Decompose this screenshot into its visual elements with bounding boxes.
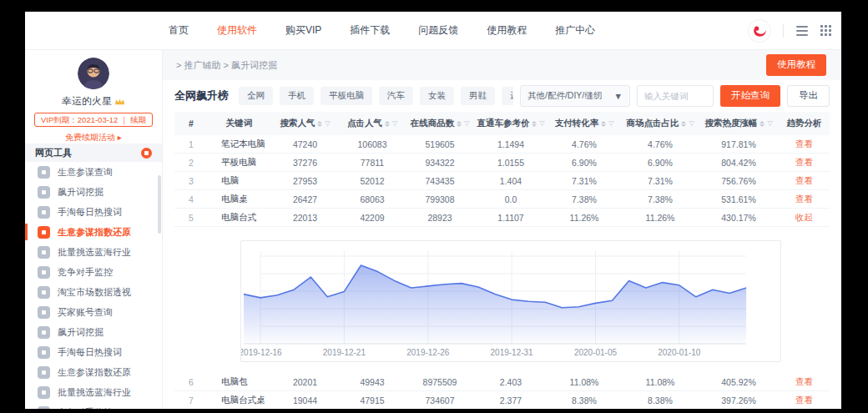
export-button[interactable]: 导出 [787,85,830,107]
column-header[interactable]: # [174,118,208,128]
sidebar-menu-item[interactable]: 竞争对手监控 [25,262,162,282]
keyword-cell: 电脑包 [208,376,270,388]
sidebar-menu-item[interactable]: 飙升词挖掘 [25,182,162,202]
table-row: 5 电脑台式 22013 42209 28923 1.1107 11.26% 1… [174,209,830,227]
nav-item[interactable]: 首页 [169,23,189,38]
nav-item[interactable]: 使用教程 [487,23,527,38]
hamburger-menu-icon[interactable] [796,26,808,36]
sidebar-menu: 生意参谋查询 飙升词挖掘 手淘每日热搜词 生意参谋指数还原 [25,162,162,409]
column-header[interactable]: 支付转化率 [547,118,622,129]
free-renew-link[interactable]: 免费续期活动 ▸ [25,132,162,144]
sort-icon[interactable] [681,121,686,127]
keyword-cell: 电脑台式桌 [208,395,270,406]
nav-item[interactable]: 问题反馈 [418,23,458,38]
tool-icon [38,346,50,359]
column-header[interactable]: 趋势分析 [779,118,830,129]
rank-cell: 2 [174,158,208,168]
filter-funnel-icon[interactable] [464,120,469,127]
sidebar-menu-item[interactable]: 生意参谋指数还原 [25,222,162,242]
filter-funnel-icon[interactable] [608,120,613,127]
trend-area-chart: 2019-12-162019-12-212019-12-262019-12-31… [241,241,782,363]
column-header[interactable]: 关键词 [208,118,270,129]
filter-funnel-icon[interactable] [689,120,694,127]
sidebar-menu-item[interactable]: 淘宝市场数据透视 [25,282,162,302]
trend-view-link[interactable]: 查看 [795,139,813,149]
column-header[interactable]: 商场点击占比 [622,118,699,129]
sidebar-menu-item[interactable]: 买家账号查询 [25,302,162,322]
category-chip[interactable]: 全网 [239,87,273,105]
keyword-cell: 电脑 [208,175,270,187]
keyword-cell: 笔记本电脑 [208,139,270,150]
nav-item[interactable]: 使用软件 [217,23,257,38]
filter-funnel-icon[interactable] [767,120,772,127]
category-chip[interactable]: 运动服 [502,87,513,105]
tool-icon [38,386,50,399]
column-header[interactable]: 搜索热度涨幅 [699,118,779,129]
divider [783,24,784,38]
nav-item[interactable]: 推广中心 [555,23,595,38]
chevron-down-icon: ▼ [614,91,623,101]
section-title: 网页工具 [35,147,72,159]
top-navbar: 首页 使用软件 购买VIP 插件下载 问题反馈 使用教程 推广中心 [25,12,841,50]
sidebar-menu-item[interactable]: 手淘每日热搜词 [25,202,162,222]
sidebar-menu-item[interactable]: 批量挑选蓝海行业 [25,382,162,402]
grid-menu-icon[interactable] [820,25,831,36]
trend-view-link[interactable]: 查看 [795,376,813,386]
category-chip[interactable]: 汽车 [379,87,413,105]
sort-icon[interactable] [601,121,606,127]
main-content: > 推广辅助 > 飙升词挖掘 使用教程 全网飙升榜 全网 手机 平板电脑 [163,50,841,409]
tool-icon [38,226,50,239]
search-button[interactable]: 开始查询 [720,85,780,107]
category-chip[interactable]: 平板电脑 [320,87,372,105]
sort-icon[interactable] [317,121,322,127]
sidebar-scrollbar[interactable] [158,175,161,234]
trend-view-link[interactable]: 查看 [795,157,813,167]
tool-icon [38,366,50,379]
sort-icon[interactable] [532,121,537,127]
column-header[interactable]: 点击人气 [340,118,405,129]
trend-view-link[interactable]: 查看 [795,175,813,185]
column-header[interactable]: 直通车参考价 [475,118,547,129]
vip-expiry-badge[interactable]: VIP到期：2021-03-12 ｜ 续期 [34,113,153,127]
sidebar-menu-item[interactable]: 生意参谋指数还原 [25,362,162,382]
keyword-input[interactable] [637,85,714,107]
tool-icon [38,326,50,339]
category-chip[interactable]: 女装 [420,87,454,105]
board-title: 全网飙升榜 [174,88,229,103]
column-header[interactable]: 在线商品数 [405,118,475,129]
trend-view-link[interactable]: 查看 [795,194,813,204]
sidebar-menu-item[interactable]: 生意参谋查询 [25,162,162,182]
category-chip[interactable]: 手机 [280,87,314,105]
trend-view-link[interactable]: 收起 [795,212,813,222]
svg-text:2019-12-31: 2019-12-31 [491,348,534,357]
filter-funnel-icon[interactable] [539,120,544,127]
nav-item[interactable]: 插件下载 [350,23,390,38]
filter-funnel-icon[interactable] [325,120,330,127]
tool-icon [38,246,50,259]
sidebar-menu-item[interactable]: 批量挑选蓝海行业 [25,242,162,262]
sort-icon[interactable] [385,121,390,127]
close-icon[interactable] [141,148,152,159]
column-header[interactable]: 搜索人气 [270,118,340,129]
rank-cell: 7 [174,395,208,405]
svg-text:2020-01-05: 2020-01-05 [574,348,618,357]
trend-view-link[interactable]: 查看 [795,395,813,405]
table-header: # 关键词 搜索人气 [174,112,830,135]
swoosh-icon [750,22,769,40]
filter-row: 全网飙升榜 全网 手机 平板电脑 汽车 女装 [174,80,830,112]
trend-chart-panel: 2019-12-162019-12-212019-12-262019-12-31… [240,240,781,362]
tool-icon [38,166,50,179]
rank-cell: 6 [174,377,208,387]
filter-funnel-icon[interactable] [392,120,397,127]
category-chip[interactable]: 男鞋 [461,87,495,105]
sidebar-menu-item[interactable]: 飙升词挖掘 [25,322,162,342]
category-chips: 全网 手机 平板电脑 汽车 女装 男鞋 运动服 [239,87,513,105]
tutorial-button[interactable]: 使用教程 [766,54,826,76]
sidebar-menu-item[interactable]: 手淘每日热搜词 [25,342,162,362]
sort-icon[interactable] [760,121,765,127]
sidebar-menu-item[interactable]: 竞争对手监控 [25,402,162,409]
sort-icon[interactable] [457,121,462,127]
nav-item[interactable]: 购买VIP [285,23,321,38]
category-dropdown[interactable]: 其他/配件/DIY/缝纫 ▼ [520,85,630,107]
keyword-cell: 电脑桌 [208,194,270,205]
